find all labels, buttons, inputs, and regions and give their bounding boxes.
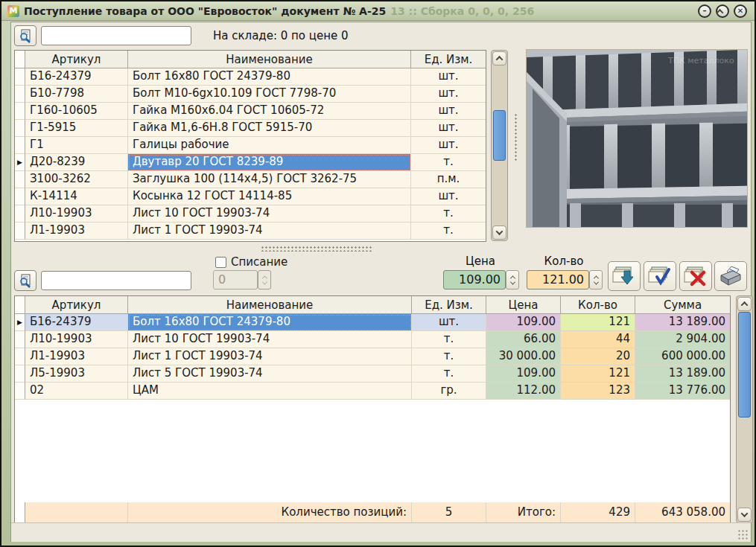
delete-item-button[interactable] bbox=[679, 261, 712, 291]
catalog-search-input[interactable] bbox=[41, 26, 191, 45]
table-row[interactable]: Л5-19903 Лист 5 ГОСТ 19903-74 т. 109.00 … bbox=[15, 365, 730, 383]
chevron-down-icon bbox=[261, 279, 267, 284]
status-bar bbox=[11, 522, 751, 542]
catalog-scrollbar[interactable] bbox=[491, 50, 508, 241]
table-row[interactable]: Г1-5915 Гайка М1,6-6Н.8 ГОСТ 5915-70 шт. bbox=[15, 120, 486, 137]
chevron-up-icon bbox=[496, 56, 504, 63]
total-quantity: 429 bbox=[561, 502, 635, 523]
document-table: Артикул Наименование Ед. Изм. Цена Кол-в… bbox=[14, 295, 731, 523]
quantity-spinbox[interactable]: 121.00 bbox=[527, 270, 589, 290]
row-selection-marker: ▶ bbox=[15, 154, 25, 171]
positions-count: 5 bbox=[412, 502, 486, 523]
table-row[interactable]: Л1-19903 Лист 1 ГОСТ 19903-74 т. bbox=[15, 223, 486, 240]
doc-col-price[interactable]: Цена bbox=[486, 296, 561, 314]
catalog-marker-header bbox=[15, 51, 25, 68]
totals-row: Количество позиций: 5 Итого: 429 643 058… bbox=[15, 502, 730, 523]
chevron-down-icon bbox=[593, 279, 598, 284]
chevron-down-icon bbox=[741, 510, 749, 517]
maximize-icon bbox=[717, 9, 724, 16]
table-row[interactable]: Б16-24379 Болт 16х80 ГОСТ 24379-80 шт. bbox=[15, 68, 486, 86]
delete-record-icon bbox=[684, 265, 708, 287]
spinner-arrows bbox=[258, 270, 271, 290]
add-record-icon bbox=[612, 265, 636, 287]
stock-info-label: На складе: 0 по цене 0 bbox=[213, 29, 349, 42]
resize-grip[interactable] bbox=[737, 529, 748, 540]
close-button[interactable]: ✕ bbox=[734, 4, 747, 18]
table-row[interactable]: Г1 Галицы рабочие шт. bbox=[15, 137, 486, 154]
table-empty-area bbox=[15, 400, 730, 502]
catalog-header-row: Артикул Наименование Ед. Изм. bbox=[15, 51, 486, 68]
total-sum: 643 058.00 bbox=[635, 502, 730, 523]
photo-watermark: ТПК металлоко bbox=[667, 56, 734, 65]
selected-cell[interactable]: Болт 16х80 ГОСТ 24379-80 bbox=[128, 314, 412, 331]
add-item-button[interactable] bbox=[608, 261, 641, 291]
table-row-selected[interactable]: ▶ Д20-8239 Двутавр 20 ГОСТ 8239-89 т. bbox=[15, 154, 486, 171]
steel-beams-image: ТПК металлоко bbox=[527, 50, 747, 227]
printer-icon bbox=[718, 265, 743, 287]
chevron-down-icon bbox=[496, 228, 504, 235]
table-row[interactable]: З100-3262 Заглушка 100 (114х4,5) ГОСТ 32… bbox=[15, 171, 486, 188]
writeoff-label: Списание bbox=[231, 255, 288, 269]
catalog-col-name[interactable]: Наименование bbox=[128, 51, 411, 68]
chevron-down-icon bbox=[509, 279, 515, 284]
selected-cell[interactable]: Двутавр 20 ГОСТ 8239-89 bbox=[128, 154, 411, 171]
horizontal-splitter-handle[interactable] bbox=[261, 246, 372, 252]
app-icon: M bbox=[7, 5, 19, 17]
table-row-selected[interactable]: ▶ Б16-24379 Болт 16х80 ГОСТ 24379-80 шт.… bbox=[15, 314, 730, 331]
scroll-up-button[interactable] bbox=[492, 51, 506, 65]
search-document-icon bbox=[18, 28, 33, 43]
catalog-col-article[interactable]: Артикул bbox=[25, 51, 128, 68]
scroll-down-button[interactable] bbox=[492, 225, 506, 240]
scrollbar-thumb[interactable] bbox=[738, 312, 751, 418]
total-label: Итого: bbox=[486, 502, 561, 523]
title-bar[interactable]: M Поступление товара от ООО "Евровосток"… bbox=[1, 1, 755, 21]
chevron-up-icon bbox=[741, 301, 749, 309]
writeoff-qty-value: 0 bbox=[213, 270, 258, 290]
table-row[interactable]: Л10-19903 Лист 10 ГОСТ 19903-74 т. 66.00… bbox=[15, 331, 730, 348]
table-row[interactable]: Б10-7798 Болт М10-6gх10.109 ГОСТ 7798-70… bbox=[15, 86, 486, 103]
vertical-splitter-handle[interactable] bbox=[514, 113, 518, 161]
positions-label: Количество позиций: bbox=[128, 502, 412, 523]
quantity-label: Кол-во bbox=[527, 255, 601, 268]
minimize-button[interactable]: – bbox=[698, 4, 711, 18]
window-title-ghost: 13 :: Сборка 0, 0, 0, 256 bbox=[390, 5, 534, 17]
document-scrollbar[interactable] bbox=[736, 295, 753, 523]
window-title: Поступление товара от ООО "Евровосток" д… bbox=[24, 5, 386, 17]
doc-col-sum[interactable]: Сумма bbox=[635, 296, 730, 314]
writeoff-row: Списание bbox=[215, 255, 288, 269]
confirm-record-icon bbox=[648, 265, 672, 287]
price-spinbox[interactable]: 109.00 bbox=[443, 270, 506, 290]
product-photo: ТПК металлоко bbox=[526, 49, 748, 228]
writeoff-checkbox[interactable] bbox=[215, 257, 226, 268]
doc-col-name[interactable]: Наименование bbox=[128, 296, 412, 314]
app-window: M Поступление товара от ООО "Евровосток"… bbox=[0, 0, 756, 547]
row-selection-marker: ▶ bbox=[15, 314, 25, 331]
scroll-down-button[interactable] bbox=[737, 508, 752, 522]
table-row[interactable]: 02 ЦАМ гр. 112.00 123 13 776.00 bbox=[15, 383, 730, 400]
table-row[interactable]: К-14114 Косынка 12 ГОСТ 14114-85 шт. bbox=[15, 188, 486, 205]
document-header-row: Артикул Наименование Ед. Изм. Цена Кол-в… bbox=[15, 296, 730, 314]
catalog-search-button[interactable] bbox=[14, 25, 36, 46]
document-search-button[interactable] bbox=[14, 270, 36, 291]
quantity-spinner-arrows[interactable] bbox=[589, 270, 603, 290]
table-row[interactable]: Л1-19903 Лист 1 ГОСТ 19903-74 т. 30 000.… bbox=[15, 348, 730, 365]
print-button[interactable] bbox=[714, 261, 747, 291]
doc-col-article[interactable]: Артикул bbox=[25, 296, 128, 314]
writeoff-qty-spinner: 0 bbox=[213, 270, 271, 290]
document-search-input[interactable] bbox=[41, 271, 191, 290]
price-label: Цена bbox=[443, 255, 518, 268]
scroll-up-button[interactable] bbox=[737, 297, 752, 311]
maximize-button[interactable] bbox=[716, 4, 729, 18]
confirm-item-button[interactable] bbox=[644, 261, 676, 291]
scrollbar-thumb[interactable] bbox=[493, 110, 506, 161]
table-row[interactable]: Л10-19903 Лист 10 ГОСТ 19903-74 т. bbox=[15, 205, 486, 223]
doc-col-qty[interactable]: Кол-во bbox=[561, 296, 635, 314]
search-document-icon bbox=[18, 273, 33, 288]
catalog-table: Артикул Наименование Ед. Изм. Б16-24379 … bbox=[14, 50, 486, 242]
catalog-col-unit[interactable]: Ед. Изм. bbox=[411, 51, 486, 68]
table-row[interactable]: Г160-10605 Гайка М160х6.04 ГОСТ 10605-72… bbox=[15, 103, 486, 120]
doc-col-unit[interactable]: Ед. Изм. bbox=[412, 296, 486, 314]
price-spinner-arrows[interactable] bbox=[506, 270, 519, 290]
document-marker-header bbox=[15, 296, 25, 314]
